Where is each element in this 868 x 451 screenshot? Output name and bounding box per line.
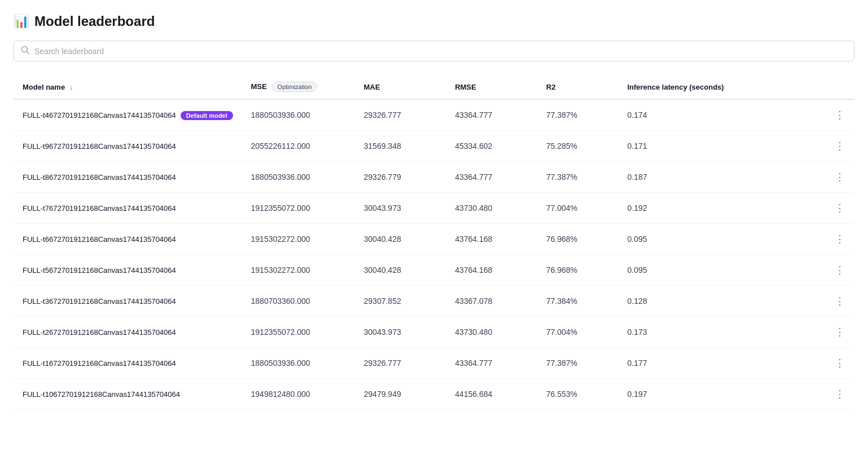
model-name-cell: FULL-t10672701912168Canvas1744135704064 [14,379,242,410]
model-name-text: FULL-t9672701912168Canvas1744135704064 [23,142,176,151]
sort-icon: ↓ [69,83,73,91]
table-container: Model name ↓ MSE Optimization MAE RMSE R… [14,75,854,410]
col-model-name[interactable]: Model name ↓ [14,75,242,99]
actions-cell[interactable]: ⋮ [807,317,854,348]
r2-cell: 76.553% [537,379,619,410]
three-dots-icon[interactable]: ⋮ [835,233,845,245]
model-name-cell: FULL-t2672701912168Canvas1744135704064 [14,317,242,348]
three-dots-icon[interactable]: ⋮ [835,388,845,400]
col-model-name-label: Model name [23,83,65,91]
table-row: FULL-t7672701912168Canvas174413570406419… [14,193,854,224]
three-dots-icon[interactable]: ⋮ [835,295,845,307]
col-inference-latency: Inference latency (seconds) [618,75,807,99]
r2-cell: 76.968% [537,255,619,286]
model-name-cell: FULL-t3672701912168Canvas1744135704064 [14,286,242,317]
table-row: FULL-t5672701912168Canvas174413570406419… [14,255,854,286]
inference-latency-cell: 0.197 [618,379,807,410]
model-name-text: FULL-t6672701912168Canvas1744135704064 [23,235,176,244]
table-body: FULL-t4672701912168Canvas1744135704064De… [14,99,854,410]
mae-cell: 30040.428 [355,255,446,286]
inference-latency-cell: 0.128 [618,286,807,317]
inference-latency-cell: 0.177 [618,348,807,379]
table-row: FULL-t8672701912168Canvas174413570406418… [14,162,854,193]
three-dots-icon[interactable]: ⋮ [835,140,845,152]
rmse-cell: 43730.480 [446,317,537,348]
mae-cell: 30043.973 [355,193,446,224]
rmse-cell: 43364.777 [446,162,537,193]
three-dots-icon[interactable]: ⋮ [835,109,845,121]
three-dots-icon[interactable]: ⋮ [835,264,845,276]
mae-cell: 29479.949 [355,379,446,410]
mse-cell: 1949812480.000 [242,379,355,410]
three-dots-icon[interactable]: ⋮ [835,326,845,338]
three-dots-icon[interactable]: ⋮ [835,202,845,214]
page-title: Model leaderboard [34,14,155,29]
model-name-text: FULL-t3672701912168Canvas1744135704064 [23,297,176,306]
table-row: FULL-t9672701912168Canvas174413570406420… [14,131,854,162]
mae-cell: 30040.428 [355,224,446,255]
search-input[interactable] [34,47,847,56]
actions-cell[interactable]: ⋮ [807,193,854,224]
search-wrapper [14,41,854,61]
table-row: FULL-t1672701912168Canvas174413570406418… [14,348,854,379]
r2-cell: 77.387% [537,348,619,379]
model-name-text: FULL-t4672701912168Canvas1744135704064 [23,111,176,120]
model-name-text: FULL-t10672701912168Canvas1744135704064 [23,390,180,399]
three-dots-icon[interactable]: ⋮ [835,171,845,183]
model-name-cell: FULL-t5672701912168Canvas1744135704064 [14,255,242,286]
svg-line-1 [27,52,29,54]
page-container: 📊 Model leaderboard Model name ↓ [0,0,868,423]
rmse-cell: 43730.480 [446,193,537,224]
model-name-cell: FULL-t8672701912168Canvas1744135704064 [14,162,242,193]
actions-cell[interactable]: ⋮ [807,286,854,317]
actions-cell[interactable]: ⋮ [807,348,854,379]
col-r2: R2 [537,75,619,99]
leaderboard-icon: 📊 [14,14,29,29]
actions-cell[interactable]: ⋮ [807,379,854,410]
model-name-text: FULL-t7672701912168Canvas1744135704064 [23,204,176,213]
three-dots-icon[interactable]: ⋮ [835,357,845,369]
mae-cell: 29307.852 [355,286,446,317]
mse-cell: 1912355072.000 [242,317,355,348]
r2-cell: 77.384% [537,286,619,317]
mse-cell: 1880503936.000 [242,162,355,193]
rmse-cell: 44156.684 [446,379,537,410]
actions-cell[interactable]: ⋮ [807,131,854,162]
table-row: FULL-t6672701912168Canvas174413570406419… [14,224,854,255]
actions-cell[interactable]: ⋮ [807,162,854,193]
table-row: FULL-t10672701912168Canvas17441357040641… [14,379,854,410]
actions-cell[interactable]: ⋮ [807,224,854,255]
mse-cell: 1915302272.000 [242,255,355,286]
table-row: FULL-t2672701912168Canvas174413570406419… [14,317,854,348]
inference-latency-cell: 0.174 [618,99,807,131]
r2-cell: 77.387% [537,99,619,131]
model-name-cell: FULL-t7672701912168Canvas1744135704064 [14,193,242,224]
col-rmse: RMSE [446,75,537,99]
mae-cell: 30043.973 [355,317,446,348]
col-mse-label: MSE [251,82,267,91]
search-container [14,41,854,61]
model-name-text: FULL-t8672701912168Canvas1744135704064 [23,173,176,182]
model-name-text: FULL-t2672701912168Canvas1744135704064 [23,328,176,337]
model-name-cell: FULL-t4672701912168Canvas1744135704064De… [14,99,242,131]
model-name-cell: FULL-t9672701912168Canvas1744135704064 [14,131,242,162]
mae-cell: 29326.777 [355,348,446,379]
mse-cell: 1880703360.000 [242,286,355,317]
mae-cell: 29326.779 [355,162,446,193]
mae-cell: 29326.777 [355,99,446,131]
actions-cell[interactable]: ⋮ [807,99,854,131]
table-header-row: Model name ↓ MSE Optimization MAE RMSE R… [14,75,854,99]
col-mse: MSE Optimization [242,75,355,99]
inference-latency-cell: 0.095 [618,224,807,255]
page-header: 📊 Model leaderboard [14,14,854,29]
model-name-cell: FULL-t6672701912168Canvas1744135704064 [14,224,242,255]
r2-cell: 77.004% [537,317,619,348]
r2-cell: 75.285% [537,131,619,162]
rmse-cell: 45334.602 [446,131,537,162]
r2-cell: 77.004% [537,193,619,224]
search-icon [21,46,30,56]
model-name-cell: FULL-t1672701912168Canvas1744135704064 [14,348,242,379]
actions-cell[interactable]: ⋮ [807,255,854,286]
r2-cell: 77.387% [537,162,619,193]
rmse-cell: 43364.777 [446,348,537,379]
